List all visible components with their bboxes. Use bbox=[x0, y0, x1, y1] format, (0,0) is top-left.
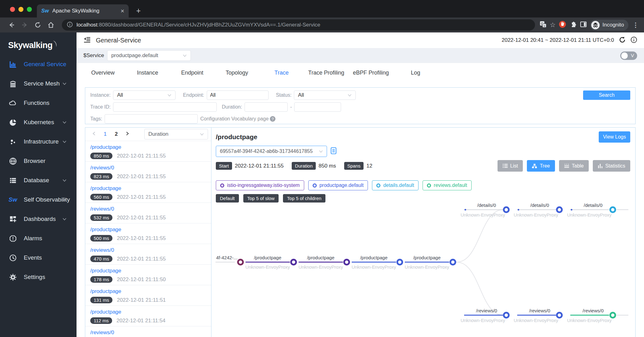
close-window-button[interactable] bbox=[10, 7, 15, 12]
tree-node-root[interactable] bbox=[238, 260, 243, 265]
trace-list-item[interactable]: /productpage 131 ms2022-12-01 21:11:51 bbox=[85, 285, 211, 305]
tree-view-button[interactable]: Tree bbox=[527, 160, 555, 172]
tree-node[interactable] bbox=[344, 260, 349, 265]
tree-node[interactable] bbox=[504, 207, 509, 212]
endpoint-input[interactable] bbox=[207, 90, 269, 100]
trace-endpoint[interactable]: /productpage bbox=[90, 268, 206, 274]
sidebar-item-dashboards[interactable]: Dashboards bbox=[0, 209, 77, 229]
forward-icon[interactable] bbox=[21, 22, 28, 28]
trace-endpoint[interactable]: /productpage bbox=[90, 288, 206, 295]
view-logs-button[interactable]: View Logs bbox=[599, 131, 630, 143]
trace-list-item[interactable]: /productpage 500 ms2022-12-01 21:11:55 bbox=[85, 223, 211, 244]
help-icon[interactable]: ? bbox=[270, 116, 275, 122]
tab-instance[interactable]: Instance bbox=[125, 70, 170, 76]
tree-node[interactable] bbox=[610, 313, 615, 318]
trace-list-item[interactable]: /productpage 560 ms2022-12-01 21:11:55 bbox=[85, 182, 211, 203]
adblock-extension-icon[interactable] bbox=[558, 20, 567, 30]
span-tree-diagram[interactable]: 4f-4242-... /productpage Unknown-EnvoyPr… bbox=[215, 189, 639, 337]
tree-node[interactable] bbox=[557, 207, 562, 212]
tab-topology[interactable]: Topology bbox=[215, 70, 259, 76]
trace-endpoint[interactable]: /reviews/0 bbox=[90, 330, 206, 336]
side-panel-icon[interactable] bbox=[580, 21, 587, 29]
tab-endpoint[interactable]: Endpoint bbox=[170, 70, 215, 76]
service-select[interactable]: productpage.default bbox=[107, 50, 191, 61]
span-service: Unknown-EnvoyProxy bbox=[514, 318, 558, 323]
tree-node[interactable] bbox=[291, 260, 296, 265]
tree-node[interactable] bbox=[397, 260, 402, 265]
tags-input[interactable] bbox=[105, 114, 198, 124]
duration-max-input[interactable] bbox=[294, 102, 341, 112]
sidebar-item-kubernetes[interactable]: Kubernetes bbox=[0, 113, 77, 132]
tree-node[interactable] bbox=[610, 207, 615, 212]
translate-icon[interactable]: Gx bbox=[539, 21, 547, 29]
statistics-view-button[interactable]: Statistics bbox=[593, 160, 630, 172]
trace-endpoint[interactable]: /reviews/0 bbox=[90, 206, 206, 212]
browser-tab[interactable]: Sw Apache SkyWalking × bbox=[37, 4, 129, 17]
trace-id-input[interactable] bbox=[113, 102, 217, 112]
time-range[interactable]: 2022-12-01 20:41 ~ 2022-12-01 21:11 UTC+… bbox=[502, 37, 614, 43]
tree-node[interactable] bbox=[557, 313, 562, 318]
sidebar-item-functions[interactable]: Functions bbox=[0, 93, 77, 113]
site-info-icon[interactable] bbox=[67, 22, 73, 29]
sidebar-item-infrastructure[interactable]: Infrastructure bbox=[0, 132, 77, 151]
instance-select[interactable]: All bbox=[113, 90, 176, 100]
trace-endpoint[interactable]: /reviews/0 bbox=[90, 165, 206, 171]
page-1-button[interactable]: 1 bbox=[104, 131, 107, 137]
page-2-button[interactable]: 2 bbox=[115, 131, 117, 137]
trace-list-item[interactable]: /reviews/0 532 ms2022-12-01 21:11:55 bbox=[85, 203, 211, 223]
browser-menu-icon[interactable]: ⋮ bbox=[632, 21, 639, 29]
trace-id-select[interactable]: 69557a4f-394f-4242-ab6b-317344617855 bbox=[216, 146, 327, 157]
search-button[interactable]: Search bbox=[583, 90, 630, 100]
table-view-button[interactable]: Table bbox=[559, 160, 589, 172]
maximize-window-button[interactable] bbox=[27, 7, 32, 12]
trace-endpoint[interactable]: /productpage bbox=[90, 185, 206, 192]
minimize-window-button[interactable] bbox=[18, 7, 23, 12]
tree-node[interactable] bbox=[450, 260, 455, 265]
duration-min-input[interactable] bbox=[245, 102, 288, 112]
tab-log[interactable]: Log bbox=[393, 70, 438, 76]
trace-list-item[interactable]: /reviews/0 823 ms2022-12-01 21:11:55 bbox=[85, 161, 211, 182]
sidebar-item-browser[interactable]: Browser bbox=[0, 151, 77, 171]
reload-icon[interactable] bbox=[34, 22, 41, 28]
trace-list-item[interactable]: /reviews/0 470 ms2022-12-01 21:11:55 bbox=[85, 244, 211, 264]
sidebar-item-database[interactable]: Database bbox=[0, 171, 77, 190]
trace-list-item[interactable]: /reviews/0 bbox=[85, 326, 211, 337]
sort-select[interactable]: Duration bbox=[144, 129, 208, 139]
window-controls[interactable] bbox=[10, 7, 32, 12]
tab-close-icon[interactable]: × bbox=[121, 8, 124, 14]
prev-page-icon[interactable] bbox=[92, 131, 96, 137]
next-page-icon[interactable] bbox=[126, 131, 129, 137]
new-tab-button[interactable]: + bbox=[136, 7, 141, 15]
trace-list-item[interactable]: /productpage 850 ms2022-12-01 21:11:55 bbox=[85, 141, 211, 161]
sidebar-item-alarms[interactable]: Alarms bbox=[0, 229, 77, 248]
info-icon[interactable] bbox=[631, 37, 637, 44]
trace-list-item[interactable]: /productpage 112 ms2022-12-01 21:11:54 bbox=[85, 305, 211, 326]
trace-endpoint[interactable]: /reviews/0 bbox=[90, 247, 206, 253]
url-bar[interactable]: localhost:8080/dashboard/GENERAL/Service… bbox=[62, 19, 535, 31]
collapse-sidebar-icon[interactable] bbox=[83, 36, 91, 44]
tab-overview[interactable]: Overview bbox=[81, 70, 125, 76]
bookmark-star-icon[interactable]: ☆ bbox=[550, 21, 556, 29]
extensions-puzzle-icon[interactable] bbox=[569, 21, 577, 29]
status-select[interactable]: All bbox=[294, 90, 356, 100]
tab-trace[interactable]: Trace bbox=[259, 70, 304, 76]
sidebar-item-service-mesh[interactable]: Service Mesh bbox=[0, 74, 77, 93]
refresh-icon[interactable] bbox=[619, 36, 626, 45]
tree-node[interactable] bbox=[504, 313, 509, 318]
list-view-button[interactable]: List bbox=[498, 160, 523, 172]
trace-list-item[interactable]: /productpage 178 ms2022-12-01 21:11:50 bbox=[85, 264, 211, 285]
trace-endpoint[interactable]: /productpage bbox=[90, 309, 206, 315]
version-toggle[interactable]: V bbox=[620, 51, 637, 60]
back-icon[interactable] bbox=[8, 22, 15, 28]
vocabulary-link[interactable]: Configuration Vocabulary page ? bbox=[200, 116, 275, 122]
tab-ebpf-profiling[interactable]: eBPF Profiling bbox=[349, 70, 393, 76]
sidebar-item-events[interactable]: Events bbox=[0, 248, 77, 267]
sidebar-item-settings[interactable]: Settings bbox=[0, 267, 77, 287]
sidebar-item-general-service[interactable]: General Service bbox=[0, 55, 77, 74]
copy-trace-id-icon[interactable] bbox=[330, 147, 337, 156]
tab-trace-profiling[interactable]: Trace Profiling bbox=[304, 70, 349, 76]
trace-endpoint[interactable]: /productpage bbox=[90, 227, 206, 233]
home-icon[interactable] bbox=[47, 22, 54, 28]
trace-endpoint[interactable]: /productpage bbox=[90, 144, 206, 150]
sidebar-item-self-observability[interactable]: Sw Self Observability bbox=[0, 190, 77, 209]
